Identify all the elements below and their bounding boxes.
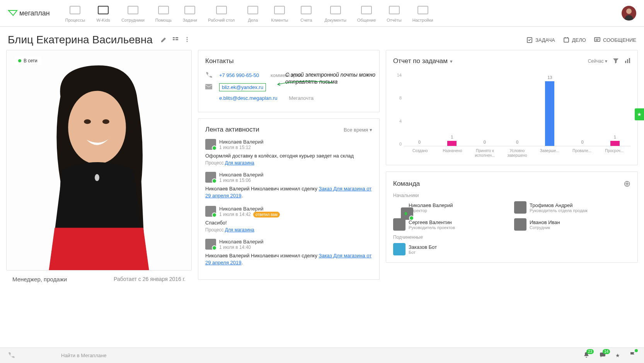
svg-rect-7 — [274, 6, 285, 14]
task-chart: 14840 01001301 СозданоНазначеноПринято к… — [393, 73, 630, 158]
avatar[interactable] — [205, 139, 216, 150]
activity-item: Николаев Валерий1 июля в 15:12Оформляй д… — [205, 139, 372, 166]
svg-rect-6 — [248, 6, 258, 14]
svg-rect-4 — [185, 6, 195, 14]
nav-Отчёты[interactable]: Отчёты — [387, 4, 401, 22]
svg-rect-0 — [70, 6, 80, 14]
nav-Общение[interactable]: Общение — [357, 4, 376, 22]
avatar[interactable] — [205, 206, 216, 217]
svg-rect-8 — [301, 6, 311, 14]
svg-rect-31 — [627, 59, 628, 63]
add-member-icon[interactable]: ⊕ — [624, 179, 630, 189]
work-since: Работает с 26 января 2016 г. — [114, 276, 186, 283]
nav-W-Kids[interactable]: W-Kids — [96, 4, 111, 22]
activity-title: Лента активности — [205, 126, 259, 134]
avatar[interactable] — [205, 172, 216, 183]
team-card: Команда ⊕ Начальники Николаев ВалерийДир… — [386, 171, 638, 263]
svg-point-19 — [186, 39, 187, 40]
svg-rect-30 — [625, 61, 626, 63]
nav-Помощь[interactable]: Помощь — [155, 4, 172, 22]
profile-photo — [7, 50, 191, 270]
team-member[interactable]: Заказов БотБот — [393, 243, 509, 255]
nav-Счета[interactable]: Счета — [299, 4, 313, 22]
team-title: Команда — [393, 180, 420, 188]
team-section-subs: Подчиненные — [393, 235, 630, 240]
report-title: Отчет по задачам — [393, 57, 448, 65]
svg-point-20 — [186, 41, 187, 42]
report-card: Отчет по задачам ▾ Сейчас ▾ 14840 010013… — [386, 50, 638, 165]
team-member[interactable]: Трофимов АндрейРуководитель отдела прода… — [514, 201, 630, 214]
activity-item: Николаев Валерий1 июля в 15:06Николаев В… — [205, 172, 372, 199]
email-secondary[interactable]: e.blits@desc.megaplan.ru — [219, 95, 278, 101]
phone-value[interactable]: +7 956 990-65-50 — [219, 72, 259, 78]
user-avatar[interactable] — [622, 6, 636, 21]
svg-rect-29 — [205, 84, 212, 89]
team-member[interactable]: Николаев ВалерийДиректор — [393, 201, 509, 214]
nav-Задачи[interactable]: Задачи — [182, 4, 197, 22]
layout-icon[interactable] — [172, 36, 179, 44]
nav-Настройки[interactable]: Настройки — [412, 4, 433, 22]
activity-card: Лента активности Все время ▾ Николаев Ва… — [198, 118, 380, 280]
svg-rect-11 — [389, 6, 399, 14]
contacts-title: Контакты — [205, 57, 372, 65]
logo[interactable]: мегаплан — [8, 9, 50, 17]
svg-rect-15 — [173, 39, 175, 40]
svg-rect-5 — [216, 6, 227, 14]
role-row: Менеджер, продажи Работает с 26 января 2… — [6, 271, 192, 288]
activity-item: Николаев Валерий1 июля в 14:42ответил ва… — [205, 206, 372, 233]
top-nav: мегаплан ПроцессыW-KidsСотрудникиПомощьЗ… — [0, 0, 644, 27]
action-deal[interactable]: ДЕЛО — [563, 36, 586, 43]
svg-rect-1 — [98, 6, 108, 14]
svg-rect-3 — [158, 6, 169, 14]
email-primary[interactable]: bliz.ek@yandex.ru — [222, 84, 263, 90]
nav-Процессы[interactable]: Процессы — [65, 4, 85, 22]
nav-Документы[interactable]: Документы — [324, 4, 346, 22]
svg-rect-9 — [331, 6, 341, 14]
phone-icon — [205, 71, 214, 79]
contacts-card: Контакты +7 956 990-65-50 комментарий bl… — [198, 50, 380, 112]
mail-icon — [205, 84, 214, 91]
profile-card: В сети — [6, 50, 192, 271]
svg-rect-10 — [361, 6, 371, 14]
svg-point-26 — [84, 119, 91, 124]
nav-Рабочий стол[interactable]: Рабочий стол — [208, 4, 235, 22]
filter-icon[interactable] — [613, 58, 619, 65]
svg-rect-2 — [128, 6, 138, 14]
job-title: Менеджер, продажи — [12, 276, 67, 283]
svg-rect-17 — [175, 39, 178, 40]
page-title: Блиц Екатерина Васильевна — [8, 34, 153, 46]
page-header: Блиц Екатерина Васильевна ЗАДАЧА ДЕЛО СО… — [0, 27, 644, 50]
svg-rect-14 — [173, 37, 175, 38]
svg-rect-12 — [418, 6, 428, 14]
avatar[interactable] — [205, 239, 216, 250]
feedback-tab[interactable]: ★ — [635, 108, 644, 120]
edit-icon[interactable] — [160, 36, 167, 44]
report-period[interactable]: Сейчас ▾ — [588, 58, 607, 64]
nav-Сотрудники[interactable]: Сотрудники — [121, 4, 145, 22]
nav-Клиенты[interactable]: Клиенты — [271, 4, 288, 22]
action-message[interactable]: СООБЩЕНИЕ — [594, 36, 636, 43]
online-badge: В сети — [14, 57, 41, 65]
activity-filter[interactable]: Все время ▾ — [344, 127, 372, 133]
svg-point-27 — [102, 119, 109, 124]
svg-point-13 — [626, 9, 632, 14]
more-icon[interactable] — [184, 36, 191, 44]
svg-point-18 — [186, 37, 187, 38]
chevron-down-icon[interactable]: ▾ — [450, 58, 453, 64]
svg-point-25 — [68, 91, 126, 164]
svg-point-28 — [95, 174, 99, 181]
svg-rect-22 — [564, 38, 569, 42]
svg-rect-32 — [629, 58, 630, 63]
activity-item: Николаев Валерий1 июля в 14:40Николаев В… — [205, 239, 372, 266]
svg-rect-16 — [175, 37, 178, 38]
svg-rect-23 — [595, 38, 600, 41]
team-section-bosses: Начальники — [393, 193, 630, 198]
team-member[interactable]: Иванов ИванСотрудник — [514, 218, 630, 231]
action-task[interactable]: ЗАДАЧА — [526, 36, 555, 43]
nav-Дела[interactable]: Дела — [245, 4, 260, 22]
email2-note: Мегапочта — [289, 95, 314, 101]
chart-icon[interactable] — [624, 58, 630, 65]
